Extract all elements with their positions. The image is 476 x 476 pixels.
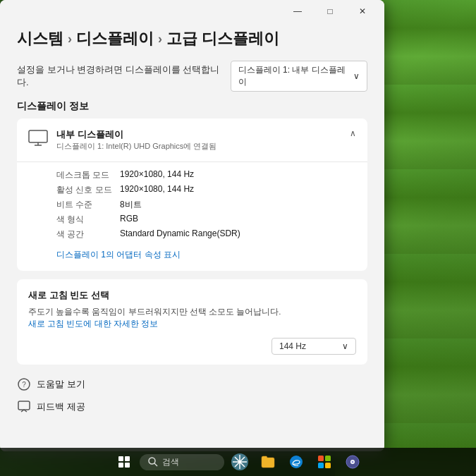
svg-rect-21 — [318, 456, 324, 461]
svg-rect-24 — [325, 463, 331, 468]
breadcrumb-current: 고급 디스플레이 — [166, 28, 279, 49]
display-details: 데스크톱 모드1920×1080, 144 Hz활성 신호 모드1920×108… — [17, 162, 367, 271]
title-bar: — □ ✕ — [0, 0, 384, 23]
display-info-left: 내부 디스플레이 디스플레이 1: Intel(R) UHD Graphics에… — [28, 128, 216, 152]
detail-row: 데스크톱 모드1920×1080, 144 Hz — [56, 169, 356, 181]
display-selector-arrow: ∨ — [353, 71, 360, 81]
detail-label: 데스크톱 모드 — [56, 169, 120, 181]
settings-window: — □ ✕ 시스템 › 디스플레이 › 고급 디스플레이 설정을 보거나 변경하… — [0, 0, 384, 451]
monitor-icon — [28, 130, 48, 147]
display-subtitle: 디스플레이 1: Intel(R) UHD Graphics에 연결됨 — [56, 141, 216, 152]
display-selector-dropdown[interactable]: 디스플레이 1: 내부 디스플레이 ∨ — [231, 61, 367, 92]
refresh-rate-desc-text: 주도기 높을수록 움직임이 부드러워지지만 선택 소모도 늘어납니다. — [28, 307, 281, 316]
svg-point-27 — [351, 461, 353, 463]
feedback-row[interactable]: 피드백 제공 — [17, 396, 367, 418]
feedback-icon — [17, 400, 31, 414]
detail-row: 색 공간Standard Dynamic Range(SDR) — [56, 228, 356, 240]
display-selector-label: 설정을 보거나 변경하려면 디스플레이를 선택합니다. — [17, 63, 231, 89]
close-button[interactable]: ✕ — [346, 0, 379, 23]
help-label: 도움말 보기 — [37, 378, 85, 391]
display-info-header: 내부 디스플레이 디스플레이 1: Intel(R) UHD Graphics에… — [17, 118, 367, 162]
start-button[interactable] — [111, 449, 137, 475]
content: 디스플레이 정보 내부 디스플레이 디스플레이 1: Intel(R) UHD … — [0, 100, 384, 451]
breadcrumb-system[interactable]: 시스템 — [17, 28, 63, 49]
detail-label: 활성 신호 모드 — [56, 184, 120, 196]
refresh-rate-card: 새로 고침 빈도 선택 주도기 높을수록 움직임이 부드러워지지만 선택 소모도… — [17, 279, 367, 365]
svg-rect-0 — [29, 130, 47, 142]
svg-rect-22 — [325, 456, 331, 461]
svg-text:?: ? — [22, 381, 26, 389]
adapter-link[interactable]: 디스플레이 1의 어댑터 속성 표시 — [56, 246, 181, 264]
svg-point-20 — [290, 456, 303, 468]
search-box[interactable]: 검색 — [140, 454, 224, 470]
detail-value: RGB — [120, 214, 138, 226]
detail-value: 8비트 — [120, 199, 142, 211]
svg-rect-5 — [18, 401, 30, 410]
help-icon: ? — [17, 377, 31, 391]
detail-value: Standard Dynamic Range(SDR) — [120, 228, 240, 240]
refresh-rate-value: 144 Hz — [279, 341, 306, 351]
breadcrumb: 시스템 › 디스플레이 › 고급 디스플레이 — [17, 28, 367, 49]
refresh-rate-title: 새로 고침 빈도 선택 — [28, 289, 356, 302]
display-selector-row: 설정을 보거나 변경하려면 디스플레이를 선택합니다. 디스플레이 1: 내부 … — [17, 61, 367, 92]
minimize-button[interactable]: — — [281, 0, 314, 23]
detail-row: 비트 수준8비트 — [56, 199, 356, 211]
display-info-section-title: 디스플레이 정보 — [17, 100, 367, 113]
search-icon — [148, 457, 158, 467]
maximize-button[interactable]: □ — [314, 0, 346, 23]
svg-rect-23 — [318, 463, 324, 468]
display-selector-value: 디스플레이 1: 내부 디스플레이 — [238, 64, 353, 88]
detail-row: 색 형식RGB — [56, 214, 356, 226]
file-explorer-icon[interactable] — [255, 449, 281, 475]
svg-point-19 — [238, 460, 241, 463]
search-placeholder: 검색 — [162, 456, 179, 468]
taskbar-settings-icon[interactable] — [340, 449, 365, 475]
refresh-rate-desc: 주도기 높을수록 움직임이 부드러워지지만 선택 소모도 늘어납니다. 새로 고… — [28, 306, 356, 331]
svg-rect-9 — [125, 456, 130, 461]
header: 시스템 › 디스플레이 › 고급 디스플레이 설정을 보거나 변경하려면 디스플… — [0, 23, 384, 100]
refresh-rate-arrow: ∨ — [342, 341, 348, 351]
breadcrumb-display[interactable]: 디스플레이 — [76, 28, 154, 49]
detail-value: 1920×1080, 144 Hz — [120, 184, 194, 196]
svg-rect-11 — [125, 463, 130, 468]
feedback-label: 피드백 제공 — [37, 401, 85, 413]
detail-value: 1920×1080, 144 Hz — [120, 169, 194, 181]
snowflake-svg — [231, 453, 249, 471]
refresh-rate-row: 144 Hz ∨ — [28, 338, 356, 355]
svg-line-13 — [154, 463, 157, 466]
breadcrumb-sep-1: › — [68, 32, 72, 47]
store-icon[interactable] — [312, 449, 337, 475]
svg-rect-8 — [118, 456, 123, 461]
taskbar: 검색 — [0, 448, 476, 476]
refresh-rate-more-info-link[interactable]: 새로 고침 빈도에 대한 자세한 정보 — [28, 318, 356, 330]
chevron-up-icon[interactable]: ∧ — [350, 128, 356, 138]
detail-label: 비트 수준 — [56, 199, 120, 211]
detail-label: 색 형식 — [56, 214, 120, 226]
widgets-icon[interactable] — [227, 449, 252, 475]
display-info-text: 내부 디스플레이 디스플레이 1: Intel(R) UHD Graphics에… — [56, 128, 216, 152]
refresh-rate-dropdown[interactable]: 144 Hz ∨ — [271, 338, 356, 355]
svg-point-12 — [149, 458, 155, 464]
svg-rect-10 — [118, 463, 123, 468]
edge-icon[interactable] — [283, 449, 309, 475]
display-info-card: 내부 디스플레이 디스플레이 1: Intel(R) UHD Graphics에… — [17, 118, 367, 271]
detail-label: 색 공간 — [56, 228, 120, 240]
breadcrumb-sep-2: › — [158, 32, 162, 47]
detail-row: 활성 신호 모드1920×1080, 144 Hz — [56, 184, 356, 196]
display-name: 내부 디스플레이 — [56, 128, 216, 141]
help-row[interactable]: ? 도움말 보기 — [17, 373, 367, 396]
